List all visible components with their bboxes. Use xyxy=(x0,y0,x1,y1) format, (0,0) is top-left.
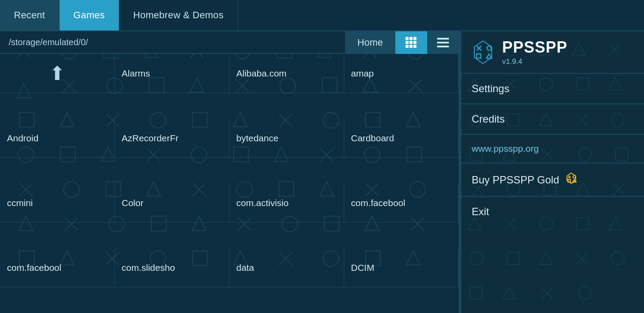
svg-point-158 xyxy=(573,176,576,178)
svg-rect-90 xyxy=(413,37,416,40)
ppsspp-version: v1.9.4 xyxy=(502,57,567,66)
svg-rect-159 xyxy=(568,180,570,182)
svg-line-147 xyxy=(542,288,553,299)
grid-view-button[interactable] xyxy=(396,31,427,54)
website-menu-item[interactable]: www.ppsspp.org xyxy=(461,135,644,163)
svg-rect-98 xyxy=(437,42,449,43)
svg-rect-96 xyxy=(413,45,416,48)
tab-recent[interactable]: Recent xyxy=(0,0,60,30)
svg-point-138 xyxy=(470,252,483,265)
navigate-up-button[interactable]: ⬆ xyxy=(0,54,115,93)
svg-rect-139 xyxy=(507,252,519,264)
ppsspp-header: PPSSPP v1.9.4 xyxy=(461,31,644,73)
list-icon xyxy=(437,38,449,47)
svg-marker-149 xyxy=(474,41,492,63)
svg-point-152 xyxy=(487,46,491,50)
list-item[interactable]: amap xyxy=(344,54,459,93)
tab-games[interactable]: Games xyxy=(60,0,119,30)
home-button[interactable]: Home xyxy=(345,31,396,54)
ppsspp-logo-icon xyxy=(470,39,496,65)
svg-rect-99 xyxy=(437,46,449,47)
current-path: /storage/emulated/0/ xyxy=(9,37,336,47)
svg-rect-93 xyxy=(413,41,416,44)
svg-rect-144 xyxy=(470,287,483,299)
svg-rect-153 xyxy=(476,54,481,58)
svg-line-146 xyxy=(542,288,553,299)
list-item[interactable]: ccmini xyxy=(0,183,115,223)
settings-menu-item[interactable]: Settings xyxy=(461,74,644,103)
list-item[interactable]: AzRecorderFr xyxy=(115,119,230,158)
list-item[interactable]: Alarms xyxy=(115,54,230,93)
list-item[interactable]: data xyxy=(229,248,344,287)
ppsspp-side-panel: PPSSPP v1.9.4 Settings Credits www.ppssp… xyxy=(461,31,644,313)
top-navigation: Recent Games Homebrew & Demos xyxy=(0,0,644,31)
tab-homebrew[interactable]: Homebrew & Demos xyxy=(119,0,238,30)
svg-point-143 xyxy=(611,252,624,265)
path-bar: /storage/emulated/0/ xyxy=(0,31,345,53)
svg-rect-95 xyxy=(409,45,413,48)
list-item[interactable]: Cardboard xyxy=(344,119,459,158)
svg-rect-92 xyxy=(409,41,413,44)
svg-line-141 xyxy=(577,253,587,264)
exit-menu-item[interactable]: Exit xyxy=(461,197,644,226)
list-item[interactable]: com.facebool xyxy=(344,183,459,223)
list-item[interactable]: bytedance xyxy=(229,119,344,158)
svg-rect-91 xyxy=(406,41,409,44)
buy-gold-menu-item[interactable]: Buy PPSSPP Gold xyxy=(461,163,644,196)
svg-rect-88 xyxy=(406,37,409,40)
svg-marker-140 xyxy=(540,252,553,264)
list-item[interactable]: Android xyxy=(0,119,115,158)
svg-marker-154 xyxy=(486,54,492,58)
path-controls-row: /storage/emulated/0/ Home xyxy=(0,31,459,54)
list-item[interactable]: DCIM xyxy=(344,248,459,287)
svg-rect-94 xyxy=(406,45,409,48)
file-grid: ⬆ Alarms Alibaba.com amap Android AzReco… xyxy=(0,54,459,313)
list-item[interactable]: Color xyxy=(115,183,230,223)
up-arrow-icon: ⬆ xyxy=(49,62,65,84)
svg-point-148 xyxy=(579,286,592,300)
credits-menu-item[interactable]: Credits xyxy=(461,104,644,134)
grid-icon xyxy=(405,37,417,49)
list-item[interactable]: Alibaba.com xyxy=(229,54,344,93)
svg-rect-97 xyxy=(437,38,449,40)
svg-line-142 xyxy=(577,253,587,264)
svg-marker-145 xyxy=(503,287,516,299)
list-item[interactable]: com.activisio xyxy=(229,183,344,223)
main-area: /storage/emulated/0/ Home xyxy=(0,31,644,313)
svg-rect-89 xyxy=(409,37,413,40)
list-item[interactable]: com.facebool xyxy=(0,248,115,287)
list-item[interactable]: com.slidesho xyxy=(115,248,230,287)
list-view-button[interactable] xyxy=(427,31,459,54)
ppsspp-title: PPSSPP xyxy=(502,38,567,57)
file-browser-panel: /storage/emulated/0/ Home xyxy=(0,31,460,313)
gold-logo-icon xyxy=(564,172,578,187)
